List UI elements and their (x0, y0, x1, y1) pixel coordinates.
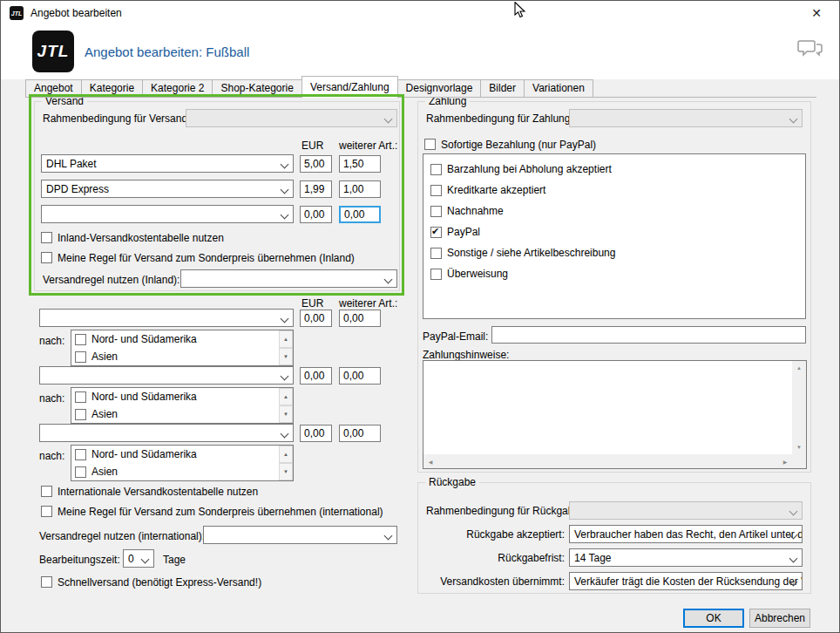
scroll-down-icon[interactable]: ▼ (279, 463, 293, 480)
intl-eur-input-3[interactable]: 0,00 (300, 425, 332, 442)
checkbox-inland-versandkostentabelle[interactable]: Inland-Versandkostentabelle nutzen (41, 231, 224, 244)
rahmenbedingung-zahlung-select[interactable] (569, 109, 803, 127)
rahmenbedingung-rueckgabe-select[interactable] (569, 501, 803, 520)
versand-carrier-select-2[interactable]: DPD Express (41, 180, 294, 198)
intl-col-art: weiterer Art.: (339, 297, 397, 310)
payment-method-label: Sonstige / siehe Artikelbeschreibung (447, 247, 615, 259)
region-label: Nord- und Südamerika (91, 448, 197, 460)
jtl-logo: JTL (32, 31, 74, 72)
intl-col-eur: EUR (301, 297, 323, 310)
tab-kategorie-2[interactable]: Kategorie 2 (142, 79, 213, 97)
checkbox-icon (75, 351, 86, 363)
listbox-scrollbar[interactable]: ▲ ▼ (279, 446, 293, 480)
listbox-scrollbar[interactable]: ▲ ▼ (279, 388, 293, 423)
regions-listbox-1[interactable]: Nord- und Südamerika Asien ▲ ▼ (71, 330, 294, 366)
versand-eur-input-2[interactable]: 1,99 (300, 180, 332, 198)
scrollbar-track[interactable] (792, 375, 806, 440)
scroll-left-icon[interactable]: ◀ (423, 454, 437, 468)
region-item[interactable]: Asien (71, 463, 293, 480)
chevron-down-icon (281, 372, 289, 381)
checkbox-sonderpreis-international[interactable]: Meine Regel für Versand zum Sonderpreis … (41, 505, 383, 518)
paypal-email-input[interactable] (491, 326, 806, 344)
versandregel-inland-select[interactable] (180, 269, 397, 288)
checkbox-schnellversand[interactable]: Schnellversand (benötigt Express-Versand… (41, 575, 261, 589)
region-item[interactable]: Asien (71, 405, 293, 423)
rahmenbedingung-versand-label: Rahmenbedingung für Versand: (43, 112, 190, 126)
intl-eur-input-1[interactable]: 0,00 (300, 310, 332, 327)
versand-art-input-3[interactable]: 0,00 (339, 206, 381, 223)
versand-carrier-select-1[interactable]: DHL Paket (41, 154, 294, 173)
tab-variationen[interactable]: Variationen (524, 79, 593, 97)
versand-art-input-1[interactable]: 1,50 (339, 155, 381, 173)
tab-shop-kategorie[interactable]: Shop-Kategorie (212, 79, 301, 97)
scrollbar-track[interactable] (437, 454, 778, 468)
nach-label: nach: (39, 335, 64, 348)
region-item[interactable]: Asien (71, 348, 293, 365)
scroll-up-icon[interactable]: ▲ (792, 361, 806, 375)
payment-method-sonstige[interactable]: Sonstige / siehe Artikelbeschreibung (423, 242, 805, 263)
versandkosten-uebernimmt-select[interactable]: Verkäufer trägt die Kosten der Rücksendu… (569, 572, 803, 590)
intl-carrier-select-2[interactable] (39, 366, 294, 385)
versand-eur-input-3[interactable]: 0,00 (300, 206, 332, 223)
rahmenbedingung-versand-select[interactable] (186, 109, 397, 127)
chevron-down-icon (281, 315, 289, 323)
intl-art-input-2[interactable]: 0,00 (339, 367, 381, 385)
intl-art-input-1[interactable]: 0,00 (339, 310, 381, 327)
scroll-down-icon[interactable]: ▼ (279, 348, 293, 365)
rueckgabe-akzeptiert-label: Rückgabe akzeptiert: (417, 528, 565, 541)
rueckgabe-akzeptiert-select[interactable]: Verbraucher haben das Recht, den Artikel… (569, 525, 803, 543)
checkbox-sonderpreis-inland[interactable]: Meine Regel für Versand zum Sonderpreis … (41, 251, 355, 264)
vertical-scrollbar[interactable]: ▲ ▼ (792, 361, 806, 454)
checkbox-label: Sofortige Bezahlung (nur PayPal) (441, 139, 596, 151)
rueckgabe-group-label: Rückgabe (425, 476, 479, 489)
tab-bilder[interactable]: Bilder (480, 79, 525, 97)
payment-method-nachnahme[interactable]: Nachnahme (423, 201, 805, 221)
horizontal-scrollbar[interactable]: ◀ ▶ (423, 454, 792, 468)
zahlungshinweise-textarea[interactable]: ▲ ▼ ◀ ▶ (423, 360, 807, 469)
checkbox-icon (75, 409, 86, 420)
payment-methods-list: Barzahlung bei Abholung akzeptiert Kredi… (423, 153, 806, 319)
payment-method-paypal[interactable]: PayPal (423, 221, 805, 242)
checkbox-intl-versandkostentabelle[interactable]: Internationale Versandkostentabelle nutz… (41, 485, 258, 498)
checkbox-icon (430, 164, 442, 175)
feedback-bubble-icon[interactable] (797, 37, 823, 60)
ok-button[interactable]: OK (683, 609, 744, 628)
regions-listbox-3[interactable]: Nord- und Südamerika Asien ▲ ▼ (71, 445, 294, 481)
intl-art-input-3[interactable]: 0,00 (339, 425, 381, 442)
scroll-up-icon[interactable]: ▲ (279, 446, 293, 463)
cancel-button[interactable]: Abbrechen (749, 609, 810, 628)
rueckgabefrist-select[interactable]: 14 Tage (569, 548, 803, 567)
checkbox-sofortige-bezahlung[interactable]: Sofortige Bezahlung (nur PayPal) (424, 138, 596, 151)
intl-eur-input-2[interactable]: 0,00 (300, 367, 332, 385)
payment-method-label: PayPal (447, 226, 480, 238)
combo-value: 0 (128, 553, 134, 565)
tab-kategorie[interactable]: Kategorie (81, 79, 143, 97)
intl-carrier-select-3[interactable] (39, 424, 294, 442)
tab-angebot[interactable]: Angebot (25, 79, 82, 97)
versand-eur-input-1[interactable]: 5,00 (300, 155, 332, 173)
tab-designvorlage[interactable]: Designvorlage (397, 79, 482, 97)
scroll-down-icon[interactable]: ▼ (279, 405, 293, 423)
tab-versand-zahlung[interactable]: Versand/Zahlung (301, 76, 398, 98)
regions-listbox-2[interactable]: Nord- und Südamerika Asien ▲ ▼ (71, 387, 294, 424)
chevron-down-icon (789, 115, 798, 124)
scroll-right-icon[interactable]: ▶ (778, 454, 792, 468)
payment-method-ueberweisung[interactable]: Überweisung (423, 263, 805, 284)
payment-method-barzahlung[interactable]: Barzahlung bei Abholung akzeptiert (423, 159, 805, 180)
scroll-up-icon[interactable]: ▲ (279, 388, 293, 405)
bearbeitungszeit-select[interactable]: 0 (123, 549, 154, 568)
listbox-scrollbar[interactable]: ▲ ▼ (279, 330, 293, 365)
intl-carrier-select-1[interactable] (39, 309, 294, 327)
payment-method-label: Nachnahme (447, 205, 504, 217)
region-item[interactable]: Nord- und Südamerika (71, 330, 293, 348)
region-item[interactable]: Nord- und Südamerika (71, 388, 293, 405)
close-button[interactable]: ✕ (801, 1, 832, 25)
scroll-up-icon[interactable]: ▲ (279, 330, 293, 348)
versandregel-intl-select[interactable] (203, 526, 397, 544)
region-item[interactable]: Nord- und Südamerika (71, 446, 293, 463)
versand-carrier-select-3[interactable] (41, 205, 294, 223)
checkbox-icon (75, 391, 86, 403)
payment-method-kreditkarte[interactable]: Kreditkarte akzeptiert (423, 180, 805, 201)
scroll-down-icon[interactable]: ▼ (792, 440, 806, 454)
versand-art-input-2[interactable]: 1,00 (339, 180, 381, 198)
